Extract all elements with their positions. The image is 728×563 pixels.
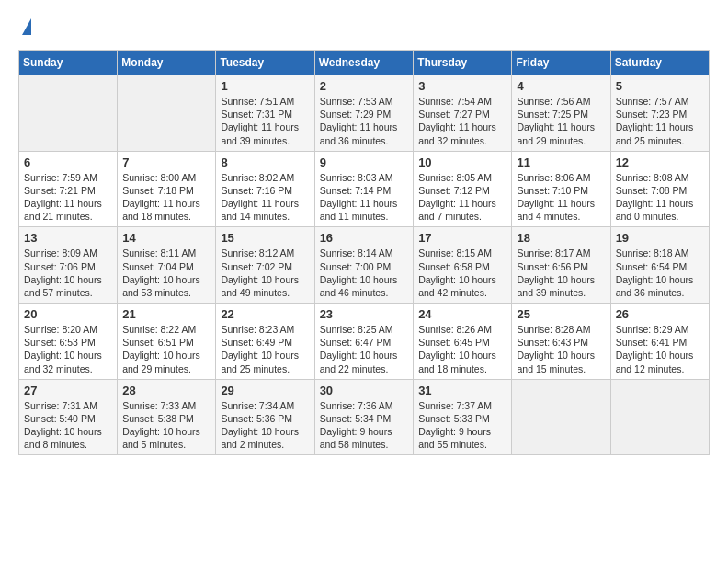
day-number: 6 xyxy=(24,155,112,169)
day-info: Sunrise: 7:56 AM Sunset: 7:25 PM Dayligh… xyxy=(517,95,605,147)
calendar-cell xyxy=(118,75,216,152)
calendar-cell: 10Sunrise: 8:05 AM Sunset: 7:12 PM Dayli… xyxy=(414,151,512,227)
day-number: 18 xyxy=(517,231,605,245)
calendar-cell xyxy=(610,379,709,455)
calendar-cell: 21Sunrise: 8:22 AM Sunset: 6:51 PM Dayli… xyxy=(118,304,216,380)
day-number: 7 xyxy=(122,155,210,169)
calendar-cell: 30Sunrise: 7:36 AM Sunset: 5:34 PM Dayli… xyxy=(314,379,414,455)
day-number: 3 xyxy=(418,79,506,93)
calendar-cell: 31Sunrise: 7:37 AM Sunset: 5:33 PM Dayli… xyxy=(414,379,512,455)
calendar-cell: 8Sunrise: 8:02 AM Sunset: 7:16 PM Daylig… xyxy=(216,151,314,227)
day-info: Sunrise: 8:12 AM Sunset: 7:02 PM Dayligh… xyxy=(221,247,309,299)
day-info: Sunrise: 7:31 AM Sunset: 5:40 PM Dayligh… xyxy=(24,399,112,452)
calendar-cell: 27Sunrise: 7:31 AM Sunset: 5:40 PM Dayli… xyxy=(19,379,118,455)
day-info: Sunrise: 7:59 AM Sunset: 7:21 PM Dayligh… xyxy=(24,171,112,224)
day-number: 14 xyxy=(122,231,210,245)
day-info: Sunrise: 8:02 AM Sunset: 7:16 PM Dayligh… xyxy=(221,171,309,224)
calendar-week-row: 1Sunrise: 7:51 AM Sunset: 7:31 PM Daylig… xyxy=(19,75,710,152)
day-info: Sunrise: 7:37 AM Sunset: 5:33 PM Dayligh… xyxy=(418,399,506,452)
day-number: 24 xyxy=(418,307,506,321)
day-info: Sunrise: 8:23 AM Sunset: 6:49 PM Dayligh… xyxy=(221,323,309,375)
logo xyxy=(18,18,31,35)
day-info: Sunrise: 8:09 AM Sunset: 7:06 PM Dayligh… xyxy=(24,247,112,299)
calendar-cell: 20Sunrise: 8:20 AM Sunset: 6:53 PM Dayli… xyxy=(19,304,118,380)
day-info: Sunrise: 8:17 AM Sunset: 6:56 PM Dayligh… xyxy=(517,247,605,299)
calendar-cell: 18Sunrise: 8:17 AM Sunset: 6:56 PM Dayli… xyxy=(512,227,610,304)
calendar-cell: 5Sunrise: 7:57 AM Sunset: 7:23 PM Daylig… xyxy=(610,75,709,152)
day-number: 19 xyxy=(616,231,704,245)
col-header-friday: Friday xyxy=(512,51,610,75)
calendar-week-row: 27Sunrise: 7:31 AM Sunset: 5:40 PM Dayli… xyxy=(19,379,710,455)
day-info: Sunrise: 7:36 AM Sunset: 5:34 PM Dayligh… xyxy=(320,399,409,452)
calendar-cell: 4Sunrise: 7:56 AM Sunset: 7:25 PM Daylig… xyxy=(512,75,610,152)
calendar-cell: 19Sunrise: 8:18 AM Sunset: 6:54 PM Dayli… xyxy=(610,227,709,304)
day-info: Sunrise: 8:08 AM Sunset: 7:08 PM Dayligh… xyxy=(616,171,704,224)
calendar-cell: 29Sunrise: 7:34 AM Sunset: 5:36 PM Dayli… xyxy=(216,379,314,455)
day-number: 1 xyxy=(221,79,309,93)
day-number: 30 xyxy=(320,384,409,397)
day-number: 16 xyxy=(320,231,409,245)
day-number: 23 xyxy=(320,307,409,321)
col-header-monday: Monday xyxy=(118,51,216,75)
day-number: 9 xyxy=(320,155,409,169)
calendar-cell: 14Sunrise: 8:11 AM Sunset: 7:04 PM Dayli… xyxy=(118,227,216,304)
day-number: 4 xyxy=(517,79,605,93)
calendar-week-row: 6Sunrise: 7:59 AM Sunset: 7:21 PM Daylig… xyxy=(19,151,710,227)
day-info: Sunrise: 7:53 AM Sunset: 7:29 PM Dayligh… xyxy=(320,95,409,147)
col-header-sunday: Sunday xyxy=(19,51,118,75)
col-header-saturday: Saturday xyxy=(610,51,709,75)
day-info: Sunrise: 8:28 AM Sunset: 6:43 PM Dayligh… xyxy=(517,323,605,375)
calendar-cell: 16Sunrise: 8:14 AM Sunset: 7:00 PM Dayli… xyxy=(314,227,414,304)
calendar-cell: 28Sunrise: 7:33 AM Sunset: 5:38 PM Dayli… xyxy=(118,379,216,455)
day-info: Sunrise: 8:06 AM Sunset: 7:10 PM Dayligh… xyxy=(517,171,605,224)
calendar-cell: 26Sunrise: 8:29 AM Sunset: 6:41 PM Dayli… xyxy=(610,304,709,380)
calendar-cell: 25Sunrise: 8:28 AM Sunset: 6:43 PM Dayli… xyxy=(512,304,610,380)
calendar-cell xyxy=(19,75,118,152)
col-header-wednesday: Wednesday xyxy=(314,51,414,75)
day-number: 29 xyxy=(221,384,309,397)
calendar-cell: 7Sunrise: 8:00 AM Sunset: 7:18 PM Daylig… xyxy=(118,151,216,227)
day-number: 12 xyxy=(616,155,704,169)
calendar-week-row: 13Sunrise: 8:09 AM Sunset: 7:06 PM Dayli… xyxy=(19,227,710,304)
day-number: 22 xyxy=(221,307,309,321)
day-number: 20 xyxy=(24,307,112,321)
calendar-cell: 3Sunrise: 7:54 AM Sunset: 7:27 PM Daylig… xyxy=(414,75,512,152)
day-number: 26 xyxy=(616,307,704,321)
day-number: 17 xyxy=(418,231,506,245)
day-info: Sunrise: 8:00 AM Sunset: 7:18 PM Dayligh… xyxy=(122,171,210,224)
day-number: 8 xyxy=(221,155,309,169)
day-number: 31 xyxy=(418,384,506,397)
calendar-header-row: SundayMondayTuesdayWednesdayThursdayFrid… xyxy=(19,51,710,75)
calendar-cell: 24Sunrise: 8:26 AM Sunset: 6:45 PM Dayli… xyxy=(414,304,512,380)
calendar-cell: 15Sunrise: 8:12 AM Sunset: 7:02 PM Dayli… xyxy=(216,227,314,304)
day-info: Sunrise: 8:14 AM Sunset: 7:00 PM Dayligh… xyxy=(320,247,409,299)
day-info: Sunrise: 7:54 AM Sunset: 7:27 PM Dayligh… xyxy=(418,95,506,147)
calendar-cell: 2Sunrise: 7:53 AM Sunset: 7:29 PM Daylig… xyxy=(314,75,414,152)
day-info: Sunrise: 8:05 AM Sunset: 7:12 PM Dayligh… xyxy=(418,171,506,224)
calendar-cell: 9Sunrise: 8:03 AM Sunset: 7:14 PM Daylig… xyxy=(314,151,414,227)
calendar-cell: 6Sunrise: 7:59 AM Sunset: 7:21 PM Daylig… xyxy=(19,151,118,227)
day-info: Sunrise: 8:15 AM Sunset: 6:58 PM Dayligh… xyxy=(418,247,506,299)
day-info: Sunrise: 8:25 AM Sunset: 6:47 PM Dayligh… xyxy=(320,323,409,375)
day-number: 28 xyxy=(122,384,210,397)
day-info: Sunrise: 8:29 AM Sunset: 6:41 PM Dayligh… xyxy=(616,323,704,375)
day-info: Sunrise: 8:22 AM Sunset: 6:51 PM Dayligh… xyxy=(122,323,210,375)
day-number: 15 xyxy=(221,231,309,245)
calendar-cell xyxy=(512,379,610,455)
col-header-thursday: Thursday xyxy=(414,51,512,75)
day-info: Sunrise: 8:20 AM Sunset: 6:53 PM Dayligh… xyxy=(24,323,112,375)
day-number: 5 xyxy=(616,79,704,93)
calendar-cell: 12Sunrise: 8:08 AM Sunset: 7:08 PM Dayli… xyxy=(610,151,709,227)
day-info: Sunrise: 7:34 AM Sunset: 5:36 PM Dayligh… xyxy=(221,399,309,452)
calendar-cell: 11Sunrise: 8:06 AM Sunset: 7:10 PM Dayli… xyxy=(512,151,610,227)
calendar-cell: 23Sunrise: 8:25 AM Sunset: 6:47 PM Dayli… xyxy=(314,304,414,380)
day-info: Sunrise: 7:57 AM Sunset: 7:23 PM Dayligh… xyxy=(616,95,704,147)
day-info: Sunrise: 8:26 AM Sunset: 6:45 PM Dayligh… xyxy=(418,323,506,375)
calendar-cell: 17Sunrise: 8:15 AM Sunset: 6:58 PM Dayli… xyxy=(414,227,512,304)
calendar-cell: 13Sunrise: 8:09 AM Sunset: 7:06 PM Dayli… xyxy=(19,227,118,304)
day-info: Sunrise: 7:51 AM Sunset: 7:31 PM Dayligh… xyxy=(221,95,309,147)
day-number: 13 xyxy=(24,231,112,245)
day-number: 27 xyxy=(24,384,112,397)
day-info: Sunrise: 8:18 AM Sunset: 6:54 PM Dayligh… xyxy=(616,247,704,299)
page-header xyxy=(18,18,710,35)
